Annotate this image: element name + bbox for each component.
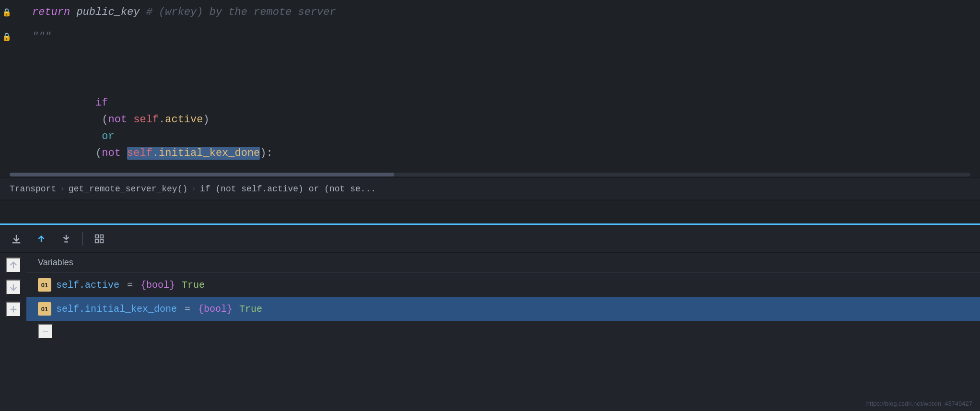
scrollbar-thumb[interactable] bbox=[10, 173, 394, 176]
minus-btn-row: − bbox=[26, 321, 980, 342]
breadcrumb-sep-2: › bbox=[191, 185, 196, 193]
breadcrumb-function[interactable]: get_remote_server_key() bbox=[69, 184, 187, 194]
code-content bbox=[26, 49, 980, 73]
debugger-left-controls bbox=[0, 253, 26, 411]
svg-rect-1 bbox=[95, 235, 98, 237]
line-gutter: 🔒 bbox=[0, 24, 26, 49]
editor-debugger-gap bbox=[0, 200, 980, 223]
code-line: if (not self.active) or (not self.initia… bbox=[0, 74, 980, 177]
svg-rect-4 bbox=[100, 239, 103, 242]
var-name: self.active bbox=[56, 280, 119, 291]
svg-rect-2 bbox=[100, 235, 103, 237]
var-type: {bool} bbox=[140, 280, 175, 291]
code-content: return public_key # (wrkey) by the remot… bbox=[26, 0, 980, 24]
line-gutter bbox=[0, 74, 26, 177]
code-container: 🔒 return public_key # (wrkey) by the rem… bbox=[0, 0, 980, 177]
code-line bbox=[0, 49, 980, 73]
breadcrumb-sep-1: › bbox=[60, 185, 65, 193]
variables-header: Variables bbox=[26, 253, 980, 273]
code-line: 🔒 return public_key # (wrkey) by the rem… bbox=[0, 0, 980, 24]
var-equals: = bbox=[127, 280, 133, 291]
code-text: if (not self.active) or (not self.initia… bbox=[32, 78, 273, 177]
variable-row[interactable]: 01 self.active = {bool} True bbox=[26, 273, 980, 297]
var-name: self.initial_kex_done bbox=[56, 304, 177, 315]
line-gutter bbox=[0, 49, 26, 73]
svg-rect-3 bbox=[95, 239, 98, 242]
var-type-badge: 01 bbox=[38, 302, 51, 316]
variable-row-selected[interactable]: 01 self.initial_kex_done = {bool} True bbox=[26, 297, 980, 321]
breadcrumb-transport[interactable]: Transport bbox=[10, 184, 56, 194]
bookmark-icon: 🔒 bbox=[2, 32, 12, 42]
var-type: {bool} bbox=[198, 304, 233, 315]
breadcrumb-bar: Transport › get_remote_server_key() › if… bbox=[0, 177, 980, 200]
debugger-panel: Variables 01 self.active = {bool} True 0… bbox=[0, 223, 980, 411]
var-value: True bbox=[239, 304, 262, 315]
variables-panel: Variables 01 self.active = {bool} True 0… bbox=[26, 253, 980, 411]
debugger-step-up-btn[interactable] bbox=[33, 230, 50, 247]
debugger-grid-btn[interactable] bbox=[91, 230, 108, 247]
bookmark-icon: 🔒 bbox=[2, 8, 12, 17]
scrollbar-track bbox=[10, 173, 970, 176]
toolbar-separator bbox=[82, 232, 83, 246]
debugger-toolbar bbox=[0, 225, 980, 253]
code-line: 🔒 """ bbox=[0, 24, 980, 49]
var-type-badge: 01 bbox=[38, 278, 51, 292]
nav-plus-btn[interactable] bbox=[6, 302, 21, 317]
var-value: True bbox=[182, 280, 205, 291]
minus-btn[interactable]: − bbox=[38, 324, 53, 339]
code-text: """ bbox=[32, 28, 51, 45]
breadcrumb-condition[interactable]: if (not self.active) or (not se... bbox=[200, 184, 376, 194]
editor-area: 🔒 return public_key # (wrkey) by the rem… bbox=[0, 0, 980, 177]
var-equals: = bbox=[185, 304, 190, 315]
code-content: if (not self.active) or (not self.initia… bbox=[26, 74, 980, 177]
nav-up-btn[interactable] bbox=[6, 258, 21, 273]
debugger-content: Variables 01 self.active = {bool} True 0… bbox=[0, 253, 980, 411]
code-content: """ bbox=[26, 24, 980, 49]
nav-down-btn[interactable] bbox=[6, 280, 21, 295]
debugger-download-btn[interactable] bbox=[8, 230, 25, 247]
debugger-main-area: Variables 01 self.active = {bool} True 0… bbox=[0, 253, 980, 411]
watermark: https://blog.csdn.net/weixin_43749427 bbox=[866, 400, 972, 407]
line-gutter: 🔒 bbox=[0, 0, 26, 24]
horizontal-scrollbar[interactable] bbox=[0, 172, 980, 177]
code-text: return public_key # (wrkey) by the remot… bbox=[32, 4, 336, 21]
debugger-step-into-btn[interactable] bbox=[58, 230, 75, 247]
